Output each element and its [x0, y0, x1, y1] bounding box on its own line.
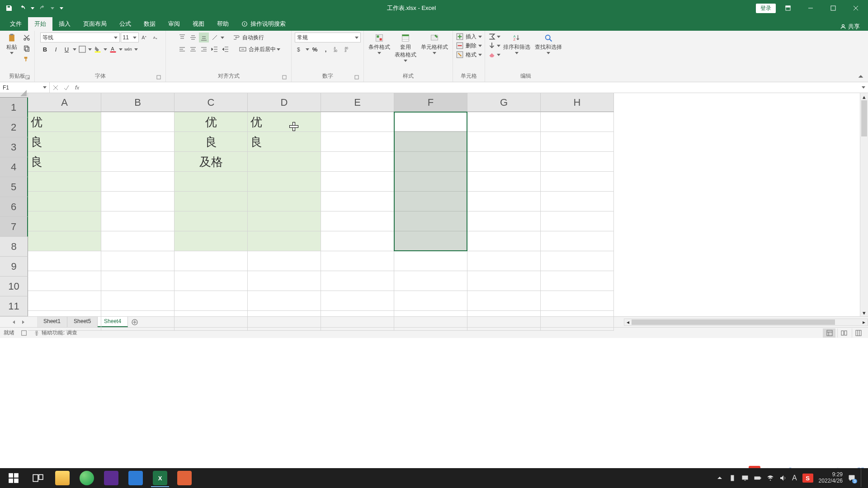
formula-input[interactable]: [82, 82, 859, 93]
decrease-font-icon[interactable]: A▾: [151, 33, 160, 42]
number-format-combo[interactable]: 常规: [295, 33, 361, 42]
cell-H8[interactable]: [541, 251, 614, 271]
cell-C3-text[interactable]: 及格: [175, 152, 248, 172]
cell-D3[interactable]: [248, 152, 321, 172]
row-header-10[interactable]: 10: [0, 277, 28, 296]
cell-H6[interactable]: [541, 211, 614, 231]
minimize-icon[interactable]: [800, 1, 821, 15]
tell-me-search[interactable]: 操作说明搜索: [235, 17, 292, 31]
select-all-corner[interactable]: [0, 93, 28, 98]
orientation-icon[interactable]: [210, 33, 220, 42]
cell-F9[interactable]: [394, 271, 467, 291]
merge-label[interactable]: 合并后居中: [249, 46, 276, 53]
row-header-9[interactable]: 9: [0, 257, 28, 277]
cell-F7[interactable]: [394, 231, 467, 251]
cell-D6[interactable]: [248, 211, 321, 231]
cell-E10[interactable]: [321, 291, 394, 311]
paste-button[interactable]: 粘贴: [3, 33, 21, 55]
fill-color-icon[interactable]: [93, 44, 103, 54]
start-button[interactable]: [2, 468, 25, 488]
app-blue-icon[interactable]: [124, 468, 147, 488]
cell-D5[interactable]: [248, 192, 321, 211]
copy-icon[interactable]: [22, 43, 32, 53]
dialog-launcher-icon[interactable]: [354, 75, 361, 81]
format-painter-icon[interactable]: [22, 54, 32, 64]
align-center-icon[interactable]: [188, 44, 198, 54]
wifi-icon[interactable]: [767, 474, 774, 482]
cell-C10[interactable]: [175, 291, 248, 311]
redo-icon[interactable]: [37, 3, 48, 14]
cell-G8[interactable]: [467, 251, 541, 271]
scroll-right-icon[interactable]: ▸: [860, 319, 868, 325]
notifications-icon[interactable]: 3: [848, 474, 855, 483]
cell-D2-text[interactable]: 良: [248, 132, 321, 152]
cell-A11[interactable]: [28, 311, 101, 331]
chevron-down-icon[interactable]: [43, 86, 47, 89]
cell-B10[interactable]: [101, 291, 175, 311]
row-header-11[interactable]: 11: [0, 296, 28, 316]
cell-B3[interactable]: [101, 152, 175, 172]
cell-D4[interactable]: [248, 172, 321, 192]
cancel-icon[interactable]: [52, 84, 59, 91]
cell-G11[interactable]: [467, 311, 541, 331]
insert-cells-button[interactable]: 插入: [456, 33, 482, 41]
col-header-C[interactable]: C: [175, 93, 248, 112]
conditional-formatting-button[interactable]: 条件格式: [367, 33, 392, 55]
tab-review[interactable]: 审阅: [162, 17, 186, 31]
cell-C8[interactable]: [175, 251, 248, 271]
cell-A9[interactable]: [28, 271, 101, 291]
font-name-combo[interactable]: 等线: [40, 33, 120, 42]
cell-H9[interactable]: [541, 271, 614, 291]
scroll-down-icon[interactable]: ▾: [860, 309, 868, 316]
row-header-6[interactable]: 6: [0, 197, 28, 217]
cell-B11[interactable]: [101, 311, 175, 331]
cell-H11[interactable]: [541, 311, 614, 331]
page-break-view-icon[interactable]: [852, 328, 864, 338]
show-desktop-button[interactable]: [861, 469, 863, 487]
cell-B7[interactable]: [101, 231, 175, 251]
cell-E9[interactable]: [321, 271, 394, 291]
align-left-icon[interactable]: [177, 44, 187, 54]
col-header-F[interactable]: F: [394, 93, 467, 112]
camtasia-icon[interactable]: [173, 468, 196, 488]
normal-view-icon[interactable]: [823, 328, 835, 338]
cell-A8[interactable]: [28, 251, 101, 271]
prev-sheet-icon[interactable]: [12, 320, 16, 324]
dialog-launcher-icon[interactable]: [25, 75, 32, 81]
cell-A3-text[interactable]: 良: [28, 152, 101, 172]
row-header-8[interactable]: 8: [0, 237, 28, 257]
chevron-down-icon[interactable]: [73, 48, 76, 51]
cell-D1-text[interactable]: 优: [248, 112, 321, 132]
sort-filter-button[interactable]: AZ排序和筛选: [501, 33, 532, 55]
tab-help[interactable]: 帮助: [211, 17, 235, 31]
vertical-scrollbar[interactable]: ▴ ▾: [860, 93, 868, 316]
row-header-2[interactable]: 2: [0, 117, 28, 137]
cell-G7[interactable]: [467, 231, 541, 251]
find-select-button[interactable]: 查找和选择: [533, 33, 564, 55]
cell-A1-text[interactable]: 优: [28, 112, 101, 132]
cell-A6[interactable]: [28, 211, 101, 231]
increase-font-icon[interactable]: A▴: [140, 33, 150, 42]
scrollbar-thumb[interactable]: [632, 319, 835, 325]
undo-icon[interactable]: [17, 3, 28, 14]
cell-F8[interactable]: [394, 251, 467, 271]
share-button[interactable]: 共享: [840, 23, 868, 31]
bold-icon[interactable]: B: [40, 44, 50, 54]
format-cells-button[interactable]: 格式: [456, 51, 482, 59]
dialog-launcher-icon[interactable]: [282, 75, 288, 81]
usb-icon[interactable]: [729, 474, 736, 482]
cell-E3[interactable]: [321, 152, 394, 172]
wrap-text-icon[interactable]: [231, 33, 241, 42]
col-header-G[interactable]: G: [467, 93, 541, 112]
cell-E2[interactable]: [321, 132, 394, 152]
cell-B6[interactable]: [101, 211, 175, 231]
scroll-left-icon[interactable]: ◂: [624, 319, 632, 325]
task-view-button[interactable]: [26, 468, 50, 488]
cell-F1[interactable]: [394, 112, 467, 132]
cell-G5[interactable]: [467, 192, 541, 211]
visual-studio-icon[interactable]: [99, 468, 123, 488]
cell-F11[interactable]: [394, 311, 467, 331]
cell-B8[interactable]: [101, 251, 175, 271]
next-sheet-icon[interactable]: [21, 320, 25, 324]
maximize-icon[interactable]: [823, 1, 844, 15]
